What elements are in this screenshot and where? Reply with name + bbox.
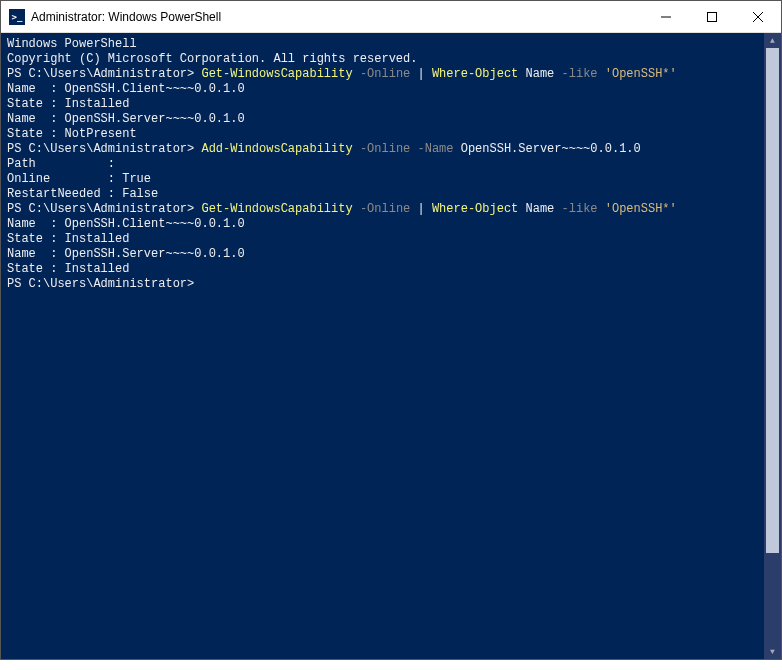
cmdlet: Where-Object xyxy=(432,202,526,216)
terminal-line: PS C:\Users\Administrator> Get-WindowsCa… xyxy=(7,202,764,217)
parameter: -Online xyxy=(360,67,418,81)
minimize-button[interactable] xyxy=(643,1,689,32)
terminal-line: State : Installed xyxy=(7,262,764,277)
prompt: PS C:\Users\Administrator> xyxy=(7,67,201,81)
cmdlet: Add-WindowsCapability xyxy=(201,142,359,156)
close-icon xyxy=(753,12,763,22)
scrollbar[interactable]: ▲ ▼ xyxy=(764,33,781,659)
terminal-line: Name : OpenSSH.Client~~~~0.0.1.0 xyxy=(7,217,764,232)
svg-rect-1 xyxy=(708,12,717,21)
prompt: PS C:\Users\Administrator> xyxy=(7,142,201,156)
string-literal: 'OpenSSH*' xyxy=(605,202,677,216)
terminal-line: Windows PowerShell xyxy=(7,37,764,52)
maximize-button[interactable] xyxy=(689,1,735,32)
terminal-output[interactable]: Windows PowerShellCopyright (C) Microsof… xyxy=(1,33,764,659)
terminal-line: Name : OpenSSH.Server~~~~0.0.1.0 xyxy=(7,112,764,127)
terminal-line: RestartNeeded : False xyxy=(7,187,764,202)
cmdlet: Get-WindowsCapability xyxy=(201,67,359,81)
terminal-line: Online : True xyxy=(7,172,764,187)
prompt: PS C:\Users\Administrator> xyxy=(7,277,194,291)
terminal-line: Path : xyxy=(7,157,764,172)
cmdlet: Where-Object xyxy=(432,67,526,81)
terminal-line: PS C:\Users\Administrator> Add-WindowsCa… xyxy=(7,142,764,157)
argument: Name xyxy=(526,67,562,81)
close-button[interactable] xyxy=(735,1,781,32)
terminal-line: Name : OpenSSH.Client~~~~0.0.1.0 xyxy=(7,82,764,97)
terminal-line: State : NotPresent xyxy=(7,127,764,142)
parameter: -Name xyxy=(417,142,460,156)
terminal-wrap: Windows PowerShellCopyright (C) Microsof… xyxy=(1,33,781,659)
argument: OpenSSH.Server~~~~0.0.1.0 xyxy=(461,142,641,156)
window-title: Administrator: Windows PowerShell xyxy=(31,10,221,24)
scroll-up-arrow[interactable]: ▲ xyxy=(764,33,781,48)
terminal-line: Name : OpenSSH.Server~~~~0.0.1.0 xyxy=(7,247,764,262)
pipe: | xyxy=(417,202,431,216)
terminal-line: PS C:\Users\Administrator> Get-WindowsCa… xyxy=(7,67,764,82)
terminal-line: PS C:\Users\Administrator> xyxy=(7,277,764,292)
window-controls xyxy=(643,1,781,32)
scroll-down-arrow[interactable]: ▼ xyxy=(764,644,781,659)
scrollbar-thumb[interactable] xyxy=(766,48,779,553)
parameter: -like xyxy=(562,202,605,216)
parameter: -Online xyxy=(360,142,418,156)
powershell-window: >_ Administrator: Windows PowerShell Win… xyxy=(0,0,782,660)
terminal-line: Copyright (C) Microsoft Corporation. All… xyxy=(7,52,764,67)
string-literal: 'OpenSSH*' xyxy=(605,67,677,81)
parameter: -like xyxy=(562,67,605,81)
titlebar[interactable]: >_ Administrator: Windows PowerShell xyxy=(1,1,781,33)
minimize-icon xyxy=(661,12,671,22)
terminal-line: State : Installed xyxy=(7,232,764,247)
argument: Name xyxy=(526,202,562,216)
terminal-line: State : Installed xyxy=(7,97,764,112)
maximize-icon xyxy=(707,12,717,22)
cmdlet: Get-WindowsCapability xyxy=(201,202,359,216)
parameter: -Online xyxy=(360,202,418,216)
pipe: | xyxy=(417,67,431,81)
prompt: PS C:\Users\Administrator> xyxy=(7,202,201,216)
powershell-icon: >_ xyxy=(9,9,25,25)
